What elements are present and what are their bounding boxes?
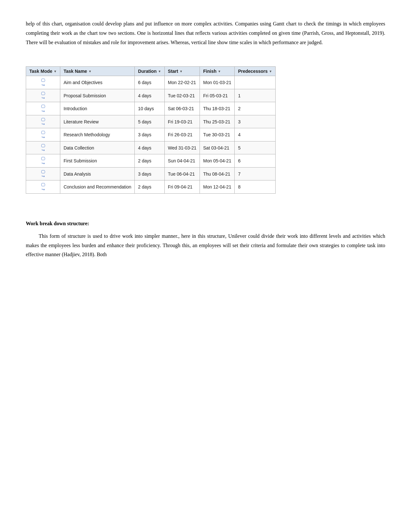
task-name-cell: First Submission (60, 154, 135, 167)
predecessors-cell: 7 (235, 167, 276, 180)
task-mode-icon: 🖵 ↪ (41, 78, 45, 87)
table-row: 🖵 ↪ Aim and Objectives6 daysMon 22-02-21… (26, 76, 276, 89)
task-name-cell: Conclusion and Recommendation (60, 180, 135, 193)
duration-cell: 3 days (135, 128, 164, 141)
table-row: 🖵 ↪ Research Methodology3 daysFri 26-03-… (26, 128, 276, 141)
col-label-task-mode: Task Mode (29, 69, 52, 74)
task-name-cell: Data Collection (60, 141, 135, 154)
duration-cell: 2 days (135, 180, 164, 193)
col-label-predecessors: Predecessors (238, 69, 268, 74)
task-mode-cell: 🖵 ↪ (26, 154, 60, 167)
col-header-task-name[interactable]: Task Name ▼ (60, 67, 135, 76)
col-label-start: Start (168, 69, 178, 74)
start-cell: Tue 06-04-21 (164, 167, 200, 180)
duration-cell: 5 days (135, 115, 164, 128)
start-cell: Sun 04-04-21 (164, 154, 200, 167)
start-cell: Fri 09-04-21 (164, 180, 200, 193)
finish-cell: Tue 30-03-21 (200, 128, 235, 141)
start-cell: Mon 22-02-21 (164, 76, 200, 89)
col-label-finish: Finish (203, 69, 216, 74)
finish-cell: Thu 08-04-21 (200, 167, 235, 180)
start-cell: Sat 06-03-21 (164, 102, 200, 115)
table-row: 🖵 ↪ Conclusion and Recommendation2 daysF… (26, 180, 276, 193)
start-cell: Tue 02-03-21 (164, 89, 200, 102)
table-row: 🖵 ↪ Data Collection4 daysWed 31-03-21Sat… (26, 141, 276, 154)
table-row: 🖵 ↪ Data Analysis3 daysTue 06-04-21Thu 0… (26, 167, 276, 180)
col-header-finish[interactable]: Finish ▼ (200, 67, 235, 76)
finish-cell: Fri 05-03-21 (200, 89, 235, 102)
gantt-table-wrapper: Task Mode ▼ Task Name ▼ Duration ▼ (26, 66, 276, 193)
duration-cell: 2 days (135, 154, 164, 167)
duration-cell: 4 days (135, 141, 164, 154)
predecessors-cell: 1 (235, 89, 276, 102)
task-mode-icon: 🖵 ↪ (41, 104, 45, 113)
predecessors-cell: 6 (235, 154, 276, 167)
table-row: 🖵 ↪ First Submission2 daysSun 04-04-21Mo… (26, 154, 276, 167)
dropdown-arrow-task-mode[interactable]: ▼ (54, 70, 57, 73)
dropdown-arrow-finish[interactable]: ▼ (218, 70, 221, 73)
task-name-cell: Data Analysis (60, 167, 135, 180)
dropdown-arrow-duration[interactable]: ▼ (158, 70, 161, 73)
col-label-duration: Duration (138, 69, 157, 74)
table-row: 🖵 ↪ Introduction10 daysSat 06-03-21Thu 1… (26, 102, 276, 115)
task-mode-cell: 🖵 ↪ (26, 167, 60, 180)
start-cell: Wed 31-03-21 (164, 141, 200, 154)
task-name-cell: Proposal Submission (60, 89, 135, 102)
col-header-duration[interactable]: Duration ▼ (135, 67, 164, 76)
task-name-cell: Introduction (60, 102, 135, 115)
task-mode-cell: 🖵 ↪ (26, 180, 60, 193)
predecessors-cell: 4 (235, 128, 276, 141)
start-cell: Fri 26-03-21 (164, 128, 200, 141)
dropdown-arrow-task-name[interactable]: ▼ (88, 70, 92, 73)
task-mode-cell: 🖵 ↪ (26, 76, 60, 89)
task-mode-cell: 🖵 ↪ (26, 115, 60, 128)
predecessors-cell: 8 (235, 180, 276, 193)
task-mode-cell: 🖵 ↪ (26, 102, 60, 115)
task-mode-cell: 🖵 ↪ (26, 141, 60, 154)
col-header-predecessors[interactable]: Predecessors ▼ (235, 67, 276, 76)
finish-cell: Thu 18-03-21 (200, 102, 235, 115)
table-row: 🖵 ↪ Literature Review5 daysFri 19-03-21T… (26, 115, 276, 128)
task-mode-icon: 🖵 ↪ (41, 144, 45, 152)
task-mode-icon: 🖵 ↪ (41, 183, 45, 191)
section-paragraph: This form of structure is used to drive … (26, 232, 385, 259)
dropdown-arrow-predecessors[interactable]: ▼ (269, 70, 272, 73)
task-mode-cell: 🖵 ↪ (26, 89, 60, 102)
predecessors-cell: 2 (235, 102, 276, 115)
task-mode-icon: 🖵 ↪ (41, 131, 45, 139)
task-mode-icon: 🖵 ↪ (41, 92, 45, 100)
task-mode-icon: 🖵 ↪ (41, 157, 45, 165)
col-label-task-name: Task Name (64, 69, 87, 74)
dropdown-arrow-start[interactable]: ▼ (180, 70, 183, 73)
duration-cell: 6 days (135, 76, 164, 89)
predecessors-cell: 5 (235, 141, 276, 154)
task-mode-icon: 🖵 ↪ (41, 170, 45, 179)
task-mode-icon: 🖵 ↪ (41, 118, 45, 126)
task-mode-cell: 🖵 ↪ (26, 128, 60, 141)
task-name-cell: Literature Review (60, 115, 135, 128)
gantt-table: Task Mode ▼ Task Name ▼ Duration ▼ (26, 66, 276, 193)
finish-cell: Mon 01-03-21 (200, 76, 235, 89)
col-header-start[interactable]: Start ▼ (164, 67, 200, 76)
start-cell: Fri 19-03-21 (164, 115, 200, 128)
finish-cell: Mon 12-04-21 (200, 180, 235, 193)
finish-cell: Thu 25-03-21 (200, 115, 235, 128)
predecessors-cell: 3 (235, 115, 276, 128)
section-heading: Work break down structure: (26, 221, 385, 227)
duration-cell: 4 days (135, 89, 164, 102)
col-header-task-mode[interactable]: Task Mode ▼ (26, 67, 60, 76)
finish-cell: Mon 05-04-21 (200, 154, 235, 167)
predecessors-cell (235, 76, 276, 89)
duration-cell: 3 days (135, 167, 164, 180)
task-name-cell: Aim and Objectives (60, 76, 135, 89)
duration-cell: 10 days (135, 102, 164, 115)
task-name-cell: Research Methodology (60, 128, 135, 141)
finish-cell: Sat 03-04-21 (200, 141, 235, 154)
intro-paragraph: help of this chart, organisation could d… (26, 19, 385, 47)
table-row: 🖵 ↪ Proposal Submission4 daysTue 02-03-2… (26, 89, 276, 102)
